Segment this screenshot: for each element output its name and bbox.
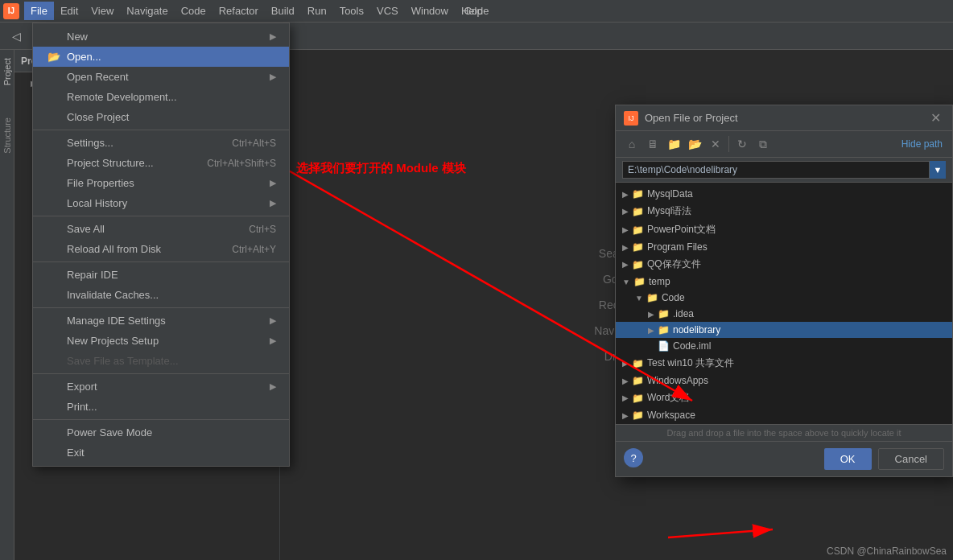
separator-1 (33, 130, 289, 130)
menu-item-settings[interactable]: Settings... Ctrl+Alt+S (33, 133, 289, 153)
ftree-program-files[interactable]: ▶ 📁 Program Files (616, 239, 952, 255)
menu-run[interactable]: Run (301, 2, 333, 20)
menu-view[interactable]: View (85, 2, 120, 20)
open-file-dialog: IJ Open File or Project ✕ ⌂ 🖥 📁 📂 ✕ ↻ ⧉ … (615, 105, 953, 477)
separator-6 (33, 419, 289, 420)
dialog-file-tree: ▶ 📁 MysqlData ▶ 📁 Mysql语法 ▶ 📁 PowerPoint… (616, 183, 952, 424)
separator-4 (33, 307, 289, 308)
menu-item-save-all[interactable]: Save All Ctrl+S (33, 219, 289, 239)
ftree-powerpoint[interactable]: ▶ 📁 PowerPoint文档 (616, 220, 952, 239)
file-props-arrow-icon: ▶ (270, 178, 276, 188)
menu-vcs[interactable]: VCS (370, 2, 405, 20)
separator-2 (33, 216, 289, 216)
menu-tools[interactable]: Tools (333, 2, 370, 20)
dialog-refresh-btn[interactable]: ↻ (732, 134, 752, 154)
dialog-folder-open-btn[interactable]: 📂 (685, 134, 704, 154)
manage-ide-arrow-icon: ▶ (270, 315, 276, 326)
dialog-logo: IJ (624, 111, 638, 126)
dialog-path-bar: ▼ (616, 158, 952, 183)
dialog-new-folder-btn[interactable]: 📁 (664, 134, 683, 154)
ftree-idea[interactable]: ▶ 📁 .idea (616, 306, 952, 322)
ftree-test-win10[interactable]: ▶ 📁 Test win10 共享文件 (616, 354, 952, 373)
open-recent-arrow-icon: ▶ (270, 72, 276, 82)
menu-refactor[interactable]: Refactor (212, 2, 265, 20)
menu-build[interactable]: Build (265, 2, 301, 20)
menu-item-new-projects[interactable]: New Projects Setup ▶ (33, 331, 289, 351)
dialog-path-input[interactable] (622, 161, 930, 179)
save-all-shortcut: Ctrl+S (249, 224, 276, 235)
dialog-buttons: ? OK Cancel (616, 441, 952, 476)
ftree-nodelibrary[interactable]: ▶ 📁 nodelibrary (616, 322, 952, 338)
sidebar-project-label[interactable]: Project (2, 58, 12, 85)
menu-item-open[interactable]: 📂 Open... (33, 47, 289, 67)
dialog-title-bar: IJ Open File or Project ✕ (616, 105, 952, 131)
ftree-code[interactable]: ▼ 📁 Code (616, 290, 952, 306)
ftree-word[interactable]: ▶ 📁 Word文档 (616, 389, 952, 407)
dialog-title-text: Open File or Project (645, 112, 927, 124)
menu-code[interactable]: Code (175, 2, 212, 20)
menu-item-open-recent[interactable]: Open Recent ▶ (33, 67, 289, 87)
sidebar-structure-label[interactable]: Structure (2, 117, 12, 154)
separator-5 (33, 373, 289, 374)
toolbar-separator (728, 136, 729, 152)
menu-edit[interactable]: Edit (54, 2, 85, 20)
dialog-copy-path-btn[interactable]: ⧉ (753, 134, 773, 154)
reload-shortcut: Ctrl+Alt+Y (232, 244, 276, 255)
menu-window[interactable]: Window (405, 2, 455, 20)
ftree-mysqldata[interactable]: ▶ 📁 MysqlData (616, 186, 952, 202)
separator-3 (33, 261, 289, 262)
local-history-arrow-icon: ▶ (270, 198, 276, 208)
menu-item-reload[interactable]: Reload All from Disk Ctrl+Alt+Y (33, 239, 289, 259)
toolbar-back-btn[interactable]: ◁ (6, 27, 26, 46)
ftree-temp[interactable]: ▼ 📁 temp (616, 274, 952, 290)
menu-item-print[interactable]: Print... (33, 397, 289, 417)
menu-item-manage-ide[interactable]: Manage IDE Settings ▶ (33, 311, 289, 331)
menu-item-project-structure[interactable]: Project Structure... Ctrl+Alt+Shift+S (33, 153, 289, 173)
menu-item-remote-dev[interactable]: Remote Development... (33, 87, 289, 107)
new-projects-arrow-icon: ▶ (270, 336, 276, 346)
dialog-cancel-button[interactable]: Cancel (878, 448, 944, 470)
file-menu-dropdown: New ▶ 📂 Open... Open Recent ▶ Remote Dev… (32, 23, 290, 467)
ftree-workspace[interactable]: ▶ 📁 Workspace (616, 407, 952, 423)
menu-item-local-history[interactable]: Local History ▶ (33, 193, 289, 213)
export-arrow-icon: ▶ (270, 381, 276, 392)
dialog-ok-button[interactable]: OK (824, 448, 872, 470)
app-logo: IJ (3, 3, 19, 19)
ftree-code-iml[interactable]: ▶ 📄 Code.iml (616, 338, 952, 354)
menu-item-repair[interactable]: Repair IDE (33, 265, 289, 285)
menu-item-close-project[interactable]: Close Project (33, 107, 289, 127)
ftree-qq-files[interactable]: ▶ 📁 QQ保存文件 (616, 255, 952, 274)
app-title: Code (464, 5, 489, 17)
menu-item-power-save[interactable]: Power Save Mode (33, 422, 289, 443)
dialog-status-text: Drag and drop a file into the space abov… (616, 424, 952, 441)
menu-navigate[interactable]: Navigate (120, 2, 174, 20)
menu-file[interactable]: File (24, 2, 54, 20)
menu-item-new[interactable]: New ▶ (33, 27, 289, 47)
menu-item-export[interactable]: Export ▶ (33, 377, 289, 397)
hide-path-button[interactable]: Hide path (898, 137, 946, 151)
menu-item-save-template: Save File as Template... (33, 351, 289, 371)
ftree-mysql-syntax[interactable]: ▶ 📁 Mysql语法 (616, 202, 952, 220)
project-structure-shortcut: Ctrl+Alt+Shift+S (207, 158, 276, 169)
menu-bar: IJ File Edit View Navigate Code Refactor… (0, 0, 953, 23)
menu-item-exit[interactable]: Exit (33, 443, 289, 463)
dialog-home-btn[interactable]: ⌂ (622, 134, 642, 154)
settings-shortcut: Ctrl+Alt+S (232, 138, 276, 149)
dialog-delete-btn[interactable]: ✕ (706, 134, 725, 154)
menu-item-file-props[interactable]: File Properties ▶ (33, 173, 289, 193)
dialog-help-button[interactable]: ? (624, 448, 643, 467)
dialog-toolbar: ⌂ 🖥 📁 📂 ✕ ↻ ⧉ Hide path (616, 131, 952, 158)
new-arrow-icon: ▶ (270, 31, 276, 42)
watermark: CSDN @ChinaRainbowSea (827, 546, 947, 557)
dialog-desktop-btn[interactable]: 🖥 (643, 134, 662, 154)
menu-item-invalidate[interactable]: Invalidate Caches... (33, 285, 289, 305)
dialog-path-dropdown-btn[interactable]: ▼ (930, 161, 946, 179)
dialog-close-button[interactable]: ✕ (927, 110, 944, 126)
open-icon: 📂 (46, 51, 62, 63)
ftree-windowsapps[interactable]: ▶ 📁 WindowsApps (616, 373, 952, 389)
